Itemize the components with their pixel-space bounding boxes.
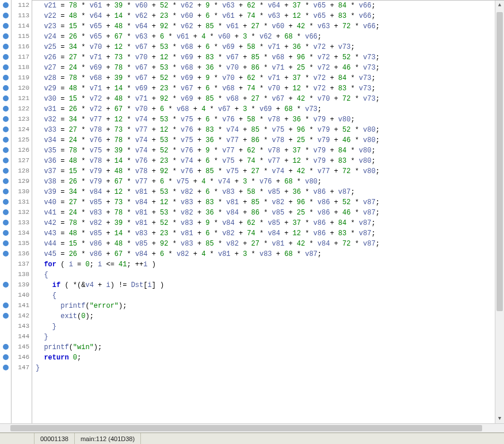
breakpoint-slot[interactable] [0, 248, 11, 259]
breakpoint-slot[interactable] [0, 186, 11, 197]
breakpoint-dot-icon[interactable] [3, 168, 9, 174]
line-number[interactable]: 112 [12, 0, 32, 10]
line-number[interactable]: 119 [12, 72, 32, 83]
line-number[interactable]: 116 [12, 41, 32, 52]
line-number[interactable]: 140 [12, 290, 32, 300]
breakpoint-slot[interactable] [0, 290, 11, 300]
code-line[interactable]: return 0; [32, 353, 504, 363]
line-number[interactable]: 135 [12, 238, 32, 248]
code-line[interactable]: v35 = 78 * v75 + 39 * v74 + 52 * v76 + 9… [32, 146, 504, 156]
code-line[interactable]: v30 = 15 * v72 + 48 * v71 + 92 * v69 + 8… [32, 94, 504, 104]
line-number[interactable]: 125 [12, 135, 32, 145]
line-number[interactable]: 144 [12, 331, 32, 342]
breakpoint-dot-icon[interactable] [3, 116, 9, 122]
breakpoint-dot-icon[interactable] [3, 230, 9, 236]
breakpoint-slot[interactable] [0, 0, 11, 10]
line-number[interactable]: 134 [12, 228, 32, 238]
code-line[interactable]: v29 = 48 * v71 + 14 * v69 + 23 * v67 + 6… [32, 83, 504, 94]
code-line[interactable]: v40 = 27 * v85 + 73 * v84 + 12 * v83 + 8… [32, 197, 504, 208]
breakpoint-slot[interactable] [0, 280, 11, 290]
line-number[interactable]: 143 [12, 321, 32, 331]
breakpoint-slot[interactable] [0, 197, 11, 207]
breakpoint-slot[interactable] [0, 10, 11, 21]
horizontal-scrollbar[interactable] [0, 423, 504, 432]
breakpoint-dot-icon[interactable] [3, 23, 9, 29]
code-line[interactable]: v45 = 26 * v86 + 67 * v84 + 6 * v82 + 4 … [32, 249, 504, 259]
breakpoint-slot[interactable] [0, 155, 11, 166]
breakpoint-dot-icon[interactable] [3, 33, 9, 39]
code-line[interactable]: for ( i = 0; i <= 41; ++i ) [32, 259, 504, 270]
breakpoint-slot[interactable] [0, 83, 11, 93]
breakpoint-dot-icon[interactable] [3, 106, 9, 112]
line-number[interactable]: 130 [12, 186, 32, 197]
code-line[interactable]: v33 = 27 * v78 + 73 * v77 + 12 * v76 + 8… [32, 125, 504, 135]
line-number[interactable]: 142 [12, 311, 32, 321]
vertical-scrollbar[interactable]: ▲ ▼ [495, 1, 504, 423]
breakpoint-dot-icon[interactable] [3, 13, 9, 18]
breakpoint-dot-icon[interactable] [3, 2, 9, 8]
line-number[interactable]: 131 [12, 197, 32, 207]
line-number[interactable]: 129 [12, 176, 32, 186]
breakpoint-dot-icon[interactable] [3, 354, 9, 360]
code-line[interactable]: exit(0); [32, 311, 504, 321]
scroll-down-icon[interactable]: ▼ [495, 414, 504, 423]
breakpoint-slot[interactable] [0, 259, 11, 269]
line-number-gutter[interactable]: 1121131141151161171181191201211221231241… [12, 0, 32, 423]
code-line[interactable]: v34 = 24 * v76 + 78 * v74 + 53 * v75 + 3… [32, 135, 504, 146]
line-number[interactable]: 120 [12, 83, 32, 93]
line-number[interactable]: 128 [12, 166, 32, 176]
breakpoint-dot-icon[interactable] [3, 178, 9, 184]
line-number[interactable]: 133 [12, 217, 32, 228]
line-number[interactable]: 139 [12, 280, 32, 290]
line-number[interactable]: 138 [12, 269, 32, 280]
scroll-up-icon[interactable]: ▲ [495, 1, 504, 10]
line-number[interactable]: 124 [12, 124, 32, 135]
code-line[interactable]: printf("win"); [32, 342, 504, 353]
breakpoint-dot-icon[interactable] [3, 199, 9, 205]
code-line[interactable]: v21 = 78 * v61 + 39 * v60 + 52 * v62 + 9… [32, 1, 504, 11]
breakpoint-slot[interactable] [0, 342, 11, 352]
line-number[interactable]: 141 [12, 300, 32, 311]
breakpoint-slot[interactable] [0, 269, 11, 280]
code-line[interactable]: if ( *(&v4 + i) != Dst[i] ) [32, 280, 504, 290]
line-number[interactable]: 137 [12, 259, 32, 269]
breakpoint-slot[interactable] [0, 31, 11, 41]
breakpoint-slot[interactable] [0, 104, 11, 114]
breakpoint-dot-icon[interactable] [3, 209, 9, 215]
breakpoint-dot-icon[interactable] [3, 282, 9, 288]
code-line[interactable]: v31 = 26 * v72 + 67 * v70 + 6 * v68 + 4 … [32, 104, 504, 114]
code-line[interactable]: v28 = 78 * v68 + 39 * v67 + 52 * v69 + 9… [32, 73, 504, 83]
breakpoint-slot[interactable] [0, 228, 11, 238]
breakpoint-dot-icon[interactable] [3, 251, 9, 257]
breakpoint-dot-icon[interactable] [3, 365, 9, 370]
code-line[interactable]: v23 = 15 * v65 + 48 * v64 + 92 * v62 + 8… [32, 21, 504, 32]
breakpoint-slot[interactable] [0, 217, 11, 228]
line-number[interactable]: 126 [12, 145, 32, 155]
code-line[interactable]: v36 = 48 * v78 + 14 * v76 + 23 * v74 + 6… [32, 156, 504, 166]
vertical-scroll-thumb[interactable] [497, 12, 503, 311]
code-line[interactable]: v43 = 48 * v85 + 14 * v83 + 23 * v81 + 6… [32, 228, 504, 239]
breakpoint-slot[interactable] [0, 176, 11, 186]
breakpoint-gutter[interactable] [0, 0, 12, 423]
code-line[interactable]: { [32, 290, 504, 301]
breakpoint-dot-icon[interactable] [3, 95, 9, 101]
line-number[interactable]: 127 [12, 155, 32, 166]
breakpoint-slot[interactable] [0, 331, 11, 342]
breakpoint-slot[interactable] [0, 135, 11, 145]
breakpoint-slot[interactable] [0, 41, 11, 52]
breakpoint-dot-icon[interactable] [3, 220, 9, 225]
code-line[interactable]: { [32, 270, 504, 280]
line-number[interactable]: 121 [12, 93, 32, 104]
code-line[interactable]: v24 = 26 * v65 + 67 * v63 + 6 * v61 + 4 … [32, 32, 504, 42]
breakpoint-slot[interactable] [0, 52, 11, 62]
breakpoint-dot-icon[interactable] [3, 137, 9, 143]
breakpoint-dot-icon[interactable] [3, 313, 9, 319]
line-number[interactable]: 136 [12, 248, 32, 259]
code-line[interactable]: } [32, 332, 504, 342]
code-line[interactable]: v44 = 15 * v86 + 48 * v85 + 92 * v83 + 8… [32, 239, 504, 249]
breakpoint-slot[interactable] [0, 72, 11, 83]
breakpoint-dot-icon[interactable] [3, 54, 9, 60]
code-line[interactable]: printf("error"); [32, 301, 504, 311]
line-number[interactable]: 146 [12, 352, 32, 362]
line-number[interactable]: 115 [12, 31, 32, 41]
